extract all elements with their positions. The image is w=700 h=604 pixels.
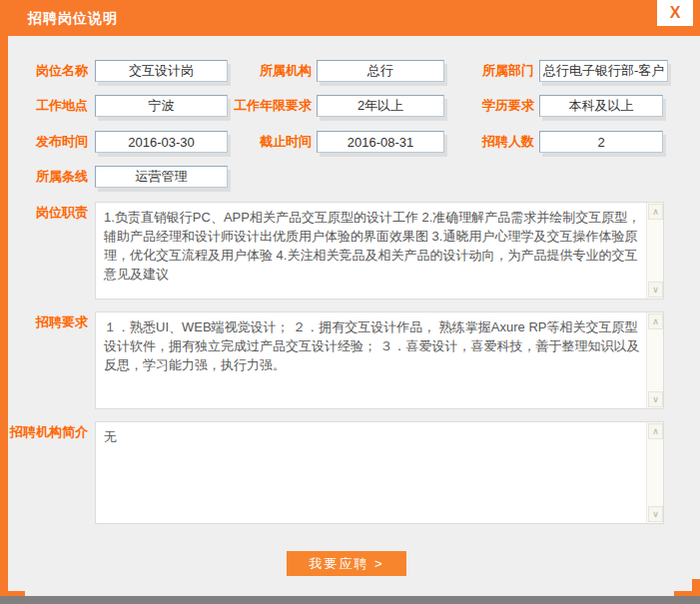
scroll-down-icon[interactable]: ∨ [648, 282, 663, 298]
requirements-textarea[interactable]: １．熟悉UI、WEB端视觉设计； ２．拥有交互设计作品， 熟练掌握Axure R… [96, 312, 647, 408]
scroll-up-icon[interactable]: ∧ [648, 423, 663, 439]
org-intro-scrollbar[interactable]: ∧ ∨ [646, 422, 663, 523]
location-label: 工作地点 [8, 95, 88, 117]
organization-label: 所属机构 [230, 60, 312, 82]
dialog-corner-bottom-right [692, 579, 700, 596]
responsibilities-textarea[interactable]: 1.负责直销银行PC、APP相关产品交互原型的设计工作 2.准确理解产品需求并绘… [96, 203, 647, 299]
close-button[interactable]: X [657, 0, 693, 26]
org-intro-textarea[interactable]: 无 [96, 422, 647, 523]
responsibilities-field: 1.负责直销银行PC、APP相关产品交互原型的设计工作 2.准确理解产品需求并绘… [95, 202, 664, 300]
publish-date-input[interactable] [95, 131, 228, 153]
position-name-label: 岗位名称 [8, 60, 88, 82]
deadline-input[interactable] [317, 131, 444, 153]
dialog-left-border [0, 36, 8, 596]
org-intro-field: 无 ∧ ∨ [95, 421, 664, 524]
education-input[interactable] [539, 95, 663, 117]
education-label: 学历要求 [459, 95, 534, 117]
headcount-label: 招聘人数 [459, 131, 534, 153]
scroll-up-icon[interactable]: ∧ [648, 204, 663, 220]
requirements-label: 招聘要求 [8, 311, 88, 333]
business-line-input[interactable] [95, 166, 228, 188]
apply-button[interactable]: 我要应聘 > [287, 551, 406, 576]
experience-label: 工作年限要求 [230, 95, 312, 117]
department-input[interactable] [539, 60, 668, 82]
department-label: 所属部门 [459, 60, 534, 82]
org-intro-label: 招聘机构简介 [3, 421, 88, 443]
requirements-scrollbar[interactable]: ∧ ∨ [646, 312, 663, 408]
window-bottom-bar [0, 596, 700, 604]
deadline-label: 截止时间 [230, 131, 312, 153]
headcount-input[interactable] [539, 131, 663, 153]
organization-input[interactable] [317, 60, 444, 82]
scroll-up-icon[interactable]: ∧ [648, 313, 663, 329]
scroll-down-icon[interactable]: ∨ [648, 506, 663, 522]
dialog-header: 招聘岗位说明 [0, 0, 700, 36]
position-name-input[interactable] [95, 60, 228, 82]
scroll-down-icon[interactable]: ∨ [648, 391, 663, 407]
business-line-label: 所属条线 [8, 166, 88, 188]
experience-input[interactable] [317, 95, 444, 117]
dialog-title: 招聘岗位说明 [28, 0, 118, 36]
publish-date-label: 发布时间 [8, 131, 88, 153]
location-input[interactable] [95, 95, 228, 117]
responsibilities-label: 岗位职责 [8, 202, 88, 224]
requirements-field: １．熟悉UI、WEB端视觉设计； ２．拥有交互设计作品， 熟练掌握Axure R… [95, 311, 664, 409]
responsibilities-scrollbar[interactable]: ∧ ∨ [646, 203, 663, 299]
